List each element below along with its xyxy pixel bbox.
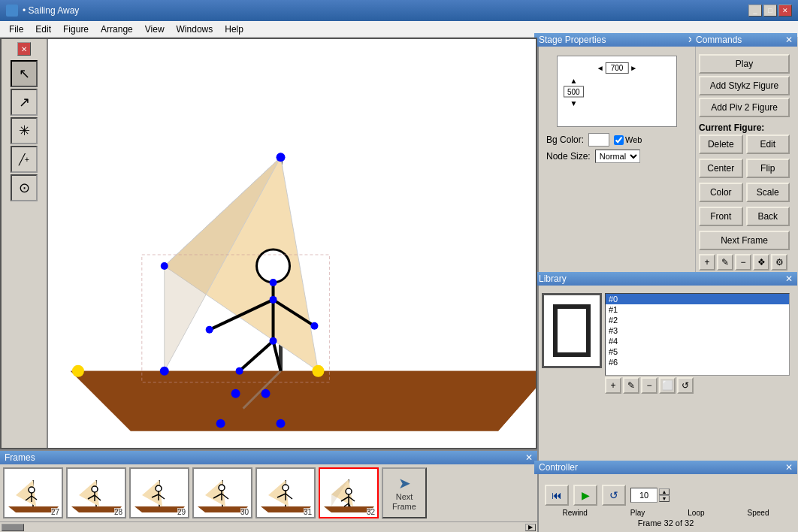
frames-close[interactable]: ✕: [525, 452, 533, 463]
node-mid-left: [161, 262, 168, 270]
menu-file[interactable]: File: [3, 23, 29, 36]
menu-view[interactable]: View: [139, 23, 171, 36]
web-checkbox-label: Web: [614, 135, 642, 145]
library-content: #0 #1 #2 #3 #4 #5 #6 + ✎ − ⬜ ↺: [539, 290, 793, 464]
add-stykz-button[interactable]: Add Stykz Figure: [699, 76, 790, 95]
commands-content: Play Add Stykz Figure Add Piv 2 Figure C…: [696, 51, 793, 275]
frames-scrollbar[interactable]: ▶: [0, 521, 537, 532]
pen-tool[interactable]: ╱+: [11, 146, 38, 173]
frame-31[interactable]: 31: [255, 467, 316, 518]
circle-tool[interactable]: ⊙: [11, 174, 38, 201]
select-tool[interactable]: ↖: [11, 60, 38, 87]
node-size-select[interactable]: Tiny Small Normal Large: [595, 150, 640, 163]
frame-27[interactable]: 27: [3, 467, 63, 518]
front-button[interactable]: Front: [699, 207, 743, 226]
play-ctrl-button[interactable]: ▶: [573, 485, 597, 506]
speed-down-btn[interactable]: ▼: [659, 495, 670, 502]
app-title: • Sailing Away: [23, 5, 748, 16]
svg-point-10: [92, 486, 98, 492]
lib-item-0[interactable]: #0: [606, 294, 789, 304]
commands-close[interactable]: ✕: [785, 35, 793, 45]
commands-header: Commands ✕: [691, 33, 797, 47]
scale-button[interactable]: Scale: [746, 183, 790, 202]
speed-up-btn[interactable]: ▲: [659, 488, 670, 495]
loop-button[interactable]: ↺: [602, 485, 626, 506]
frame-number-28: 28: [114, 508, 122, 516]
menu-figure[interactable]: Figure: [57, 23, 95, 36]
delete-button[interactable]: Delete: [699, 135, 743, 154]
library-preview: [542, 293, 602, 368]
edit-icon-btn[interactable]: ✎: [717, 254, 733, 271]
lib-refresh-btn[interactable]: ↺: [677, 377, 694, 394]
frames-content[interactable]: 27 28: [0, 464, 537, 521]
lib-view-btn[interactable]: ⬜: [659, 377, 676, 394]
controller-close[interactable]: ✕: [785, 462, 793, 473]
transform-tool[interactable]: ✳: [11, 117, 38, 144]
toolbar-close[interactable]: ✕: [17, 42, 31, 56]
lib-item-6[interactable]: #6: [606, 357, 789, 367]
lib-item-5[interactable]: #5: [606, 346, 789, 357]
back-button[interactable]: Back: [746, 207, 790, 226]
stage-properties-header: Stage Properties ✕: [534, 33, 700, 47]
remove-icon-btn[interactable]: −: [735, 254, 751, 271]
next-frame-button[interactable]: ➤ NextFrame: [382, 467, 427, 518]
library-list[interactable]: #0 #1 #2 #3 #4 #5 #6: [605, 293, 790, 376]
figure-node-shoulder: [270, 296, 277, 304]
library-list-area: #0 #1 #2 #3 #4 #5 #6 + ✎ − ⬜ ↺: [605, 293, 790, 461]
library-item-rect: [553, 304, 591, 357]
add-piv2-button[interactable]: Add Piv 2 Figure: [699, 98, 790, 117]
delete-edit-row: Delete Edit: [699, 135, 790, 156]
add-icon-btn[interactable]: +: [699, 254, 715, 271]
stage-properties-content: ◄ 700 ► ▲ 500 ▼ Bg Color:: [539, 51, 695, 169]
bg-color-label: Bg Color:: [546, 135, 584, 145]
frame-28[interactable]: 28: [66, 467, 126, 518]
play-button[interactable]: Play: [699, 54, 790, 74]
center-button[interactable]: Center: [699, 159, 743, 178]
stage-properties-title: Stage Properties: [539, 35, 606, 45]
drawing-canvas[interactable]: [48, 39, 536, 448]
node-bottom-left: [160, 367, 169, 376]
lib-item-1[interactable]: #1: [606, 304, 789, 315]
lib-item-4[interactable]: #4: [606, 336, 789, 346]
rewind-button[interactable]: ⏮: [545, 485, 569, 506]
canvas-area: ✕ ↖ ↗ ✳ ╱+ ⊙: [0, 38, 537, 449]
lib-edit-btn[interactable]: ✎: [623, 377, 639, 394]
menu-help[interactable]: Help: [219, 23, 249, 36]
frame-30[interactable]: 30: [192, 467, 252, 518]
menu-arrange[interactable]: Arrange: [95, 23, 139, 36]
move-icon-btn[interactable]: ❖: [753, 254, 769, 271]
menu-windows[interactable]: Windows: [171, 23, 219, 36]
loop-label: Loop: [688, 509, 704, 517]
minimize-button[interactable]: _: [748, 5, 762, 17]
stage-properties-panel: Stage Properties ✕ ◄ 700 ► ▲: [539, 38, 695, 275]
color-button[interactable]: Color: [699, 183, 743, 202]
figure-node-foot-left: [236, 367, 243, 375]
lib-add-btn[interactable]: +: [605, 377, 621, 394]
close-button[interactable]: ✕: [778, 5, 792, 17]
subselect-tool[interactable]: ↗: [11, 89, 38, 116]
frame-32[interactable]: 32: [319, 467, 379, 518]
maximize-button[interactable]: □: [763, 5, 777, 17]
lib-remove-btn[interactable]: −: [641, 377, 657, 394]
edit-button[interactable]: Edit: [746, 135, 790, 154]
svg-point-31: [283, 485, 289, 491]
lib-item-3[interactable]: #3: [606, 325, 789, 336]
controller-buttons: ⏮ ▶ ↺ 10 ▲ ▼: [542, 482, 790, 509]
flip-button[interactable]: Flip: [746, 159, 790, 178]
front-back-row: Front Back: [699, 207, 790, 228]
frame-29[interactable]: 29: [129, 467, 189, 518]
figure-node-hand-left: [206, 326, 213, 334]
canvas-panel: ✕ ↖ ↗ ✳ ╱+ ⊙: [0, 38, 537, 532]
library-close[interactable]: ✕: [785, 274, 793, 284]
web-checkbox[interactable]: [614, 135, 624, 145]
current-figure-label: Current Figure:: [699, 122, 790, 133]
next-frame-cmd-button[interactable]: Next Frame: [699, 231, 790, 250]
lib-item-2[interactable]: #2: [606, 315, 789, 325]
speed-input[interactable]: 10: [630, 488, 657, 503]
svg-point-40: [346, 488, 352, 494]
menu-edit[interactable]: Edit: [29, 23, 57, 36]
bg-color-swatch[interactable]: [588, 133, 609, 147]
settings-icon-btn[interactable]: ⚙: [771, 254, 787, 271]
center-flip-row: Center Flip: [699, 159, 790, 180]
node-anchor-left: [72, 365, 84, 377]
